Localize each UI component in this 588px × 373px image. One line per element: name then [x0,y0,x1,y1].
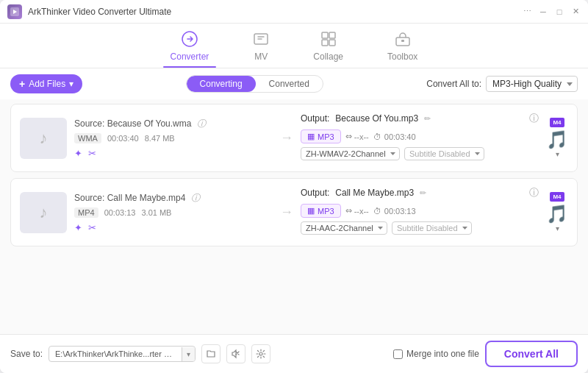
output-icon-area: M4 🎵 ▾ [546,118,568,158]
output-duration: 00:03:40 [384,132,416,141]
source-label: Source: [74,118,107,129]
path-text: E:\ArkThinker\ArkThinke...rter Ultimate\… [49,347,182,361]
source-info-icon[interactable]: ⓘ [191,193,200,203]
output-info-icon[interactable]: ⓘ [529,112,539,125]
nav-converter[interactable]: Converter [163,28,217,68]
merge-checkbox-label[interactable]: Merge into one file [393,349,479,359]
resize-icon: ⇔ [345,206,352,216]
nav-converter-label: Converter [171,51,209,62]
mp3-badge: M4 [550,192,564,202]
tab-converted[interactable]: Converted [256,76,323,92]
resize-icon: ⇔ [345,132,352,141]
file-meta: WMA 00:03:40 8.47 MB [74,133,273,143]
output-format-text: MP3 [318,207,334,216]
tab-converting[interactable]: Converting [187,76,256,92]
add-files-label: Add Files [29,79,65,89]
channel-row: ZH-WMAV2-2Channel Subtitle Disabled [301,147,539,160]
output-filename: Because Of You.mp3 [335,113,418,124]
source-label: Source: [74,193,107,203]
svg-rect-5 [322,40,328,46]
output-duration: 00:03:13 [384,207,416,216]
minimize-button[interactable]: ─ [538,7,548,17]
clock-icon: ⏱ [373,207,381,216]
source-filename: Because Of You.wma [107,118,192,129]
duration-text: 00:03:40 [107,134,139,143]
output-info-icon[interactable]: ⓘ [529,186,539,199]
nav-toolbox-label: Toolbox [387,51,417,62]
channel-select[interactable]: ZH-AAC-2Channel [301,221,387,235]
duration-display: ⏱ 00:03:40 [373,132,416,141]
file-actions: ✦ ✂ [74,222,273,233]
tab-group: Converting Converted [186,75,323,93]
footer: Save to: E:\ArkThinker\ArkThinke...rter … [0,334,588,373]
output-dropdown-icon[interactable]: ▾ [556,150,559,158]
output-edit-icon[interactable]: ✏ [424,114,431,124]
toolbar: + Add Files ▾ Converting Converted Conve… [0,68,588,99]
size-control: ⇔ --x-- [345,206,369,216]
output-edit-icon[interactable]: ✏ [420,188,426,198]
svg-rect-6 [329,40,335,46]
svg-rect-4 [329,32,335,38]
size-text: 3.01 MB [141,208,171,217]
settings-icon[interactable]: ✦ [74,148,82,159]
file-info: Source: Because Of You.wma ⓘ WMA 00:03:4… [74,118,273,159]
format-badge: MP4 [74,207,98,218]
source-info-icon[interactable]: ⓘ [197,118,206,129]
path-dropdown-btn[interactable]: ▾ [182,347,195,361]
toolbox-icon [395,31,411,49]
close-button[interactable]: ✕ [570,7,581,17]
merge-label: Merge into one file [406,349,479,359]
convert-all-to-group: Convert All to: MP3-High Quality MP4 AVI… [426,76,578,92]
output-label: Output: [301,188,329,198]
mp3-file-icon: 🎵 [546,204,568,224]
folder-open-btn[interactable] [201,344,220,363]
file-thumbnail: ♪ [20,118,67,159]
settings-icon[interactable]: ✦ [74,222,82,233]
format-select[interactable]: MP3-High Quality MP4 AVI MOV [486,76,578,92]
settings-btn[interactable] [251,344,270,363]
add-files-button[interactable]: + Add Files ▾ [10,74,82,93]
subtitle-select[interactable]: Subtitle Disabled [392,221,472,235]
collage-icon [320,31,337,49]
size-control: ⇔ --x-- [345,132,369,141]
file-meta: MP4 00:03:13 3.01 MB [74,207,273,218]
svg-point-9 [259,352,262,355]
cut-icon[interactable]: ✂ [88,222,96,233]
svg-rect-3 [322,32,328,38]
output-area: Output: Call Me Maybe.mp3 ✏ ⓘ ▦ MP3 ⇔ --… [301,186,539,238]
output-top: Output: Call Me Maybe.mp3 ✏ ⓘ [301,186,539,199]
output-top: Output: Because Of You.mp3 ✏ ⓘ [301,112,539,125]
size-value: --x-- [354,207,369,216]
no-sound-btn[interactable] [226,344,245,363]
subtitle-select[interactable]: Subtitle Disabled [404,147,484,160]
output-dropdown-icon[interactable]: ▾ [556,224,559,232]
nav-toolbox[interactable]: Toolbox [380,28,425,68]
merge-checkbox-input[interactable] [393,349,403,359]
cut-icon[interactable]: ✂ [88,148,96,159]
nav-collage-label: Collage [313,51,343,62]
menu-icon[interactable]: ⋯ [522,7,532,17]
titlebar: ArkThinker Video Converter Ultimate ⋯ ─ … [0,0,588,24]
output-icon-area: M4 🎵 ▾ [546,192,568,232]
maximize-button[interactable]: □ [554,7,564,17]
convert-all-button[interactable]: Convert All [485,341,578,367]
app-title: ArkThinker Video Converter Ultimate [28,7,522,17]
nav-collage[interactable]: Collage [306,28,351,68]
convert-all-to-label: Convert All to: [426,79,481,89]
file-item: ♪ Source: Because Of You.wma ⓘ WMA 00:03… [10,104,578,172]
app-logo [7,4,22,19]
channel-select[interactable]: ZH-WMAV2-2Channel [301,147,400,160]
mp3-file-icon: 🎵 [546,129,568,150]
duration-text: 00:03:13 [104,208,136,217]
plus-icon: + [19,78,25,90]
format-row: ▦ MP3 ⇔ --x-- ⏱ 00:03:13 [301,204,539,218]
save-to-label: Save to: [10,349,43,359]
format-grid-icon: ▦ [307,132,315,141]
converter-icon [182,31,198,49]
format-grid-icon: ▦ [307,206,315,216]
nav-mv[interactable]: MV [245,28,276,68]
mv-icon [253,31,269,49]
svg-rect-8 [401,40,404,42]
channel-row: ZH-AAC-2Channel Subtitle Disabled [301,221,539,235]
output-format-text: MP3 [318,132,334,141]
